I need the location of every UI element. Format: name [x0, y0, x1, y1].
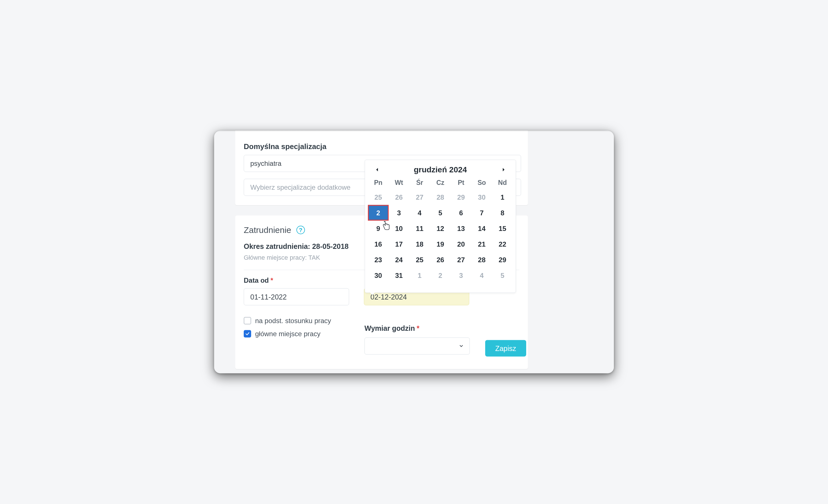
hours-label: Wymiar godzin* — [365, 324, 470, 332]
datepicker-dow: Wt — [389, 177, 409, 189]
datepicker-dow: Cz — [430, 177, 451, 189]
datepicker-day[interactable]: 8 — [492, 205, 513, 221]
datepicker-day[interactable]: 21 — [471, 236, 492, 252]
spec-label: Domyślna specjalizacja — [244, 142, 520, 151]
datepicker-day[interactable]: 9 — [368, 221, 389, 236]
datepicker-day[interactable]: 2 — [368, 205, 389, 221]
chevron-down-icon — [459, 343, 464, 349]
datepicker-day[interactable]: 23 — [368, 252, 389, 268]
datepicker-day[interactable]: 12 — [430, 221, 451, 236]
datepicker-day[interactable]: 25 — [368, 189, 389, 205]
datepicker-day[interactable]: 4 — [471, 268, 492, 283]
datepicker-day[interactable]: 1 — [409, 268, 430, 283]
datepicker-day[interactable]: 15 — [492, 221, 513, 236]
datepicker-month-title[interactable]: grudzień 2024 — [414, 165, 467, 174]
datepicker-day[interactable]: 30 — [368, 268, 389, 283]
datepicker-day[interactable]: 2 — [430, 268, 451, 283]
datepicker: grudzień 2024 PnWtŚrCzPtSoNd 25262728293… — [365, 160, 516, 293]
datepicker-dow: Nd — [492, 177, 513, 189]
datepicker-day[interactable]: 7 — [471, 205, 492, 221]
spec-additional-placeholder: Wybierz specjalizacje dodatkowe — [250, 183, 350, 191]
datepicker-day[interactable]: 16 — [368, 236, 389, 252]
datepicker-day[interactable]: 10 — [389, 221, 409, 236]
datepicker-day[interactable]: 20 — [451, 236, 471, 252]
datepicker-day[interactable]: 22 — [492, 236, 513, 252]
chevron-right-icon — [501, 167, 506, 173]
hours-select[interactable] — [365, 337, 470, 355]
required-marker: * — [271, 276, 273, 284]
datepicker-dow: So — [471, 177, 492, 189]
date-from-label: Data od* — [244, 276, 349, 284]
date-from-input[interactable]: 01-11-2022 — [244, 288, 349, 306]
datepicker-day[interactable]: 5 — [430, 205, 451, 221]
datepicker-day[interactable]: 31 — [389, 268, 409, 283]
datepicker-day[interactable]: 18 — [409, 236, 430, 252]
datepicker-day[interactable]: 17 — [389, 236, 409, 252]
datepicker-day[interactable]: 5 — [492, 268, 513, 283]
chevron-left-icon — [375, 167, 380, 173]
datepicker-day[interactable]: 25 — [409, 252, 430, 268]
datepicker-day[interactable]: 28 — [430, 189, 451, 205]
employment-title: Zatrudnienie — [244, 225, 291, 235]
datepicker-day[interactable]: 1 — [492, 189, 513, 205]
datepicker-day[interactable]: 13 — [451, 221, 471, 236]
checkbox-checked-icon — [244, 330, 251, 337]
hours-field: Wymiar godzin* — [365, 324, 470, 355]
datepicker-day[interactable]: 19 — [430, 236, 451, 252]
datepicker-dow: Pt — [451, 177, 471, 189]
datepicker-day[interactable]: 24 — [389, 252, 409, 268]
help-icon[interactable]: ? — [296, 226, 305, 234]
datepicker-day[interactable]: 6 — [451, 205, 471, 221]
datepicker-day[interactable]: 3 — [451, 268, 471, 283]
datepicker-day[interactable]: 29 — [451, 189, 471, 205]
datepicker-day[interactable]: 14 — [471, 221, 492, 236]
required-marker: * — [417, 324, 419, 332]
datepicker-day[interactable]: 26 — [389, 189, 409, 205]
checkbox-unchecked-icon — [244, 317, 251, 325]
datepicker-dow: Pn — [368, 177, 389, 189]
datepicker-day[interactable]: 28 — [471, 252, 492, 268]
save-button[interactable]: Zapisz — [485, 340, 526, 357]
spec-main-value: psychiatra — [250, 159, 281, 168]
datepicker-prev-button[interactable] — [374, 166, 381, 174]
datepicker-day[interactable]: 11 — [409, 221, 430, 236]
datepicker-dow: Śr — [409, 177, 430, 189]
datepicker-day[interactable]: 4 — [409, 205, 430, 221]
datepicker-day[interactable]: 26 — [430, 252, 451, 268]
datepicker-next-button[interactable] — [500, 166, 507, 174]
datepicker-day[interactable]: 29 — [492, 252, 513, 268]
datepicker-day[interactable]: 3 — [389, 205, 409, 221]
datepicker-arrow-icon — [370, 292, 375, 295]
checkbox-contract[interactable]: na podst. stosunku pracy — [244, 317, 520, 325]
datepicker-day[interactable]: 27 — [409, 189, 430, 205]
datepicker-day[interactable]: 27 — [451, 252, 471, 268]
datepicker-day[interactable]: 30 — [471, 189, 492, 205]
